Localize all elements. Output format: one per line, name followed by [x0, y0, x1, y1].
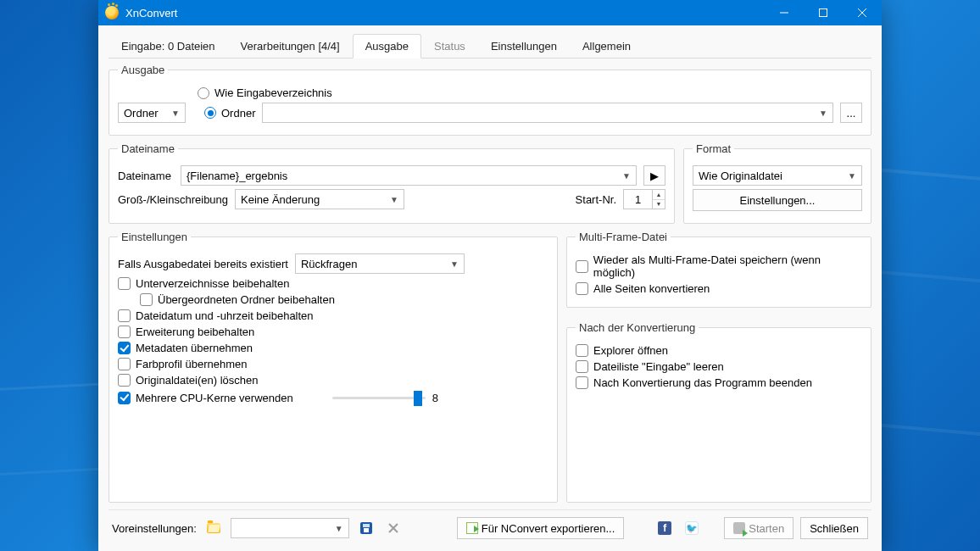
share-facebook-button[interactable]: f — [654, 518, 675, 538]
delete-icon — [387, 522, 399, 534]
spin-up-icon[interactable]: ▲ — [653, 190, 665, 200]
filename-insert-button[interactable]: ▶ — [643, 165, 665, 186]
multiframe-legend: Multi-Frame-Datei — [576, 231, 671, 243]
startnr-label: Start-Nr. — [576, 193, 616, 206]
output-folder-combo[interactable]: ▼ — [262, 103, 833, 123]
share-twitter-button[interactable]: 🐦 — [682, 518, 702, 538]
preset-open-button[interactable] — [203, 518, 224, 538]
preset-save-button[interactable] — [356, 518, 376, 538]
save-icon — [360, 522, 372, 534]
settings-legend: Einstellungen — [118, 231, 191, 243]
export-icon — [466, 522, 478, 534]
browse-folder-button[interactable]: ... — [840, 103, 862, 123]
play-icon: ▶ — [650, 170, 659, 182]
titlebar[interactable]: XnConvert — [98, 0, 882, 25]
radio-folder[interactable]: Ordner — [204, 107, 255, 120]
chk-keep-subdirs[interactable]: Unterverzeichnisse beibehalten — [118, 277, 289, 290]
case-label: Groß-/Kleinschreibung — [118, 193, 228, 206]
close-app-button[interactable]: Schließen — [800, 517, 868, 539]
exists-label: Falls Ausgabedatei bereits existiert — [118, 258, 288, 270]
tab-actions[interactable]: Verarbeitungen [4/4] — [228, 34, 353, 58]
app-icon — [105, 6, 119, 19]
preset-select[interactable]: ▼ — [231, 518, 349, 538]
close-button[interactable] — [843, 0, 882, 25]
folder-open-icon — [207, 523, 220, 533]
filename-label: Dateiname — [118, 170, 174, 182]
filename-pattern-combo[interactable]: {Filename}_ergebnis▼ — [181, 165, 637, 186]
filename-legend: Dateiname — [118, 142, 178, 155]
chk-convert-all-pages[interactable]: Alle Seiten konvertieren — [576, 282, 710, 295]
output-group: Ausgabe Wie Eingabeverzeichnis Ordner▼ O… — [109, 64, 871, 136]
facebook-icon: f — [658, 521, 671, 535]
spin-down-icon[interactable]: ▼ — [653, 200, 665, 209]
chk-exit-after[interactable]: Nach Konvertierung das Programm beenden — [576, 376, 812, 389]
cpu-slider[interactable] — [332, 390, 426, 405]
chk-keep-parent[interactable]: Übergeordneten Ordner beibehalten — [140, 293, 335, 306]
chk-open-explorer[interactable]: Explorer öffnen — [576, 344, 668, 357]
cpu-value: 8 — [432, 392, 438, 404]
window-title: XnConvert — [125, 7, 765, 19]
filename-group: Dateiname Dateiname {Filename}_ergebnis▼… — [109, 142, 675, 224]
startnr-spinner[interactable]: ▲▼ — [623, 189, 665, 209]
app-window: XnConvert Eingabe: 0 Dateien Verarbeitun… — [98, 0, 882, 551]
after-group: Nach der Konvertierung Explorer öffnen D… — [566, 321, 871, 503]
tab-general[interactable]: Allgemein — [570, 34, 643, 58]
tab-status[interactable]: Status — [421, 34, 478, 58]
after-legend: Nach der Konvertierung — [576, 321, 699, 334]
chk-keep-ext[interactable]: Erweiterung beibehalten — [118, 326, 254, 338]
settings-group: Einstellungen Falls Ausgabedatei bereits… — [109, 231, 558, 503]
maximize-button[interactable] — [804, 0, 843, 25]
export-nconvert-button[interactable]: Für NConvert exportieren... — [457, 517, 625, 539]
exists-select[interactable]: Rückfragen▼ — [295, 253, 465, 274]
tab-output[interactable]: Ausgabe — [353, 34, 421, 58]
case-select[interactable]: Keine Änderung▼ — [235, 189, 404, 209]
client-area: Eingabe: 0 Dateien Verarbeitungen [4/4] … — [98, 25, 882, 551]
output-target-select[interactable]: Ordner▼ — [118, 103, 186, 123]
format-settings-button[interactable]: Einstellungen... — [693, 189, 862, 211]
output-legend: Ausgabe — [118, 64, 168, 76]
radio-same-as-input[interactable]: Wie Eingabeverzeichnis — [198, 86, 332, 99]
twitter-icon: 🐦 — [685, 521, 699, 535]
minimize-button[interactable] — [765, 0, 804, 25]
start-button[interactable]: Starten — [724, 517, 793, 539]
preset-delete-button[interactable] — [383, 518, 404, 538]
footer: Voreinstellungen: ▼ Für NConvert exporti… — [109, 509, 871, 548]
format-legend: Format — [693, 142, 734, 155]
run-icon — [733, 522, 745, 534]
svg-rect-1 — [820, 9, 827, 17]
chk-clear-input[interactable]: Dateiliste "Eingabe" leeren — [576, 360, 724, 373]
chk-keep-date[interactable]: Dateidatum und -uhrzeit beibehalten — [118, 309, 314, 322]
format-select[interactable]: Wie Originaldatei▼ — [693, 165, 862, 186]
startnr-input[interactable] — [623, 189, 652, 209]
tab-settings[interactable]: Einstellungen — [478, 34, 570, 58]
chk-resave-multiframe[interactable]: Wieder als Multi-Frame-Datei speichern (… — [576, 253, 862, 279]
presets-label: Voreinstellungen: — [112, 522, 197, 535]
chk-delete-original[interactable]: Originaldatei(en) löschen — [118, 374, 259, 387]
multiframe-group: Multi-Frame-Datei Wieder als Multi-Frame… — [566, 231, 871, 308]
tab-input[interactable]: Eingabe: 0 Dateien — [109, 34, 228, 58]
chk-multi-cpu[interactable]: Mehrere CPU-Kerne verwenden — [118, 392, 293, 404]
chk-keep-meta[interactable]: Metadaten übernehmen — [118, 342, 253, 354]
chk-keep-colorprofile[interactable]: Farbprofil übernehmen — [118, 358, 248, 370]
tab-bar: Eingabe: 0 Dateien Verarbeitungen [4/4] … — [109, 34, 871, 58]
format-group: Format Wie Originaldatei▼ Einstellungen.… — [683, 142, 871, 224]
